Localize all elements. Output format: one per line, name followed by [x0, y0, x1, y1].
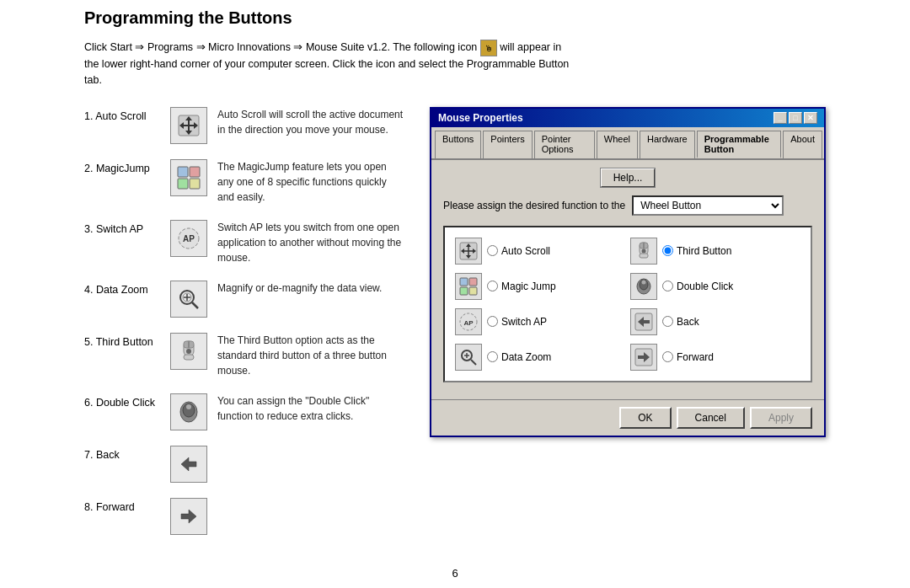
list-item: 5. Third Button The Third Button option … [84, 333, 404, 378]
titlebar-controls: _ □ ✕ [774, 112, 817, 124]
item-label-7: 7. Back [84, 446, 160, 461]
page-title: Programming the Buttons [84, 8, 826, 28]
opt-magic-jump-icon [455, 273, 482, 300]
svg-point-21 [186, 349, 191, 354]
item-label-1: 1. Auto Scroll [84, 107, 160, 122]
item-desc-3: Switch AP lets you switch from one open … [217, 220, 404, 265]
assign-dropdown[interactable]: Wheel Button Left Button Right Button Mi… [632, 195, 784, 216]
opt-data-zoom-icon [455, 344, 482, 371]
radio-third-button[interactable] [662, 245, 673, 256]
opt-third-button-icon [630, 238, 657, 265]
radio-magic-jump[interactable] [487, 281, 498, 291]
back-icon [170, 446, 207, 483]
opt-double-click-label[interactable]: Double Click [662, 281, 733, 292]
svg-marker-26 [181, 457, 196, 471]
svg-rect-42 [460, 287, 468, 295]
auto-scroll-icon [170, 107, 207, 144]
ok-button[interactable]: OK [619, 407, 671, 429]
tab-pointer-options[interactable]: Pointer Options [534, 131, 595, 158]
svg-point-46 [642, 280, 646, 284]
tab-hardware[interactable]: Hardware [640, 131, 695, 158]
help-row: Help... [443, 168, 812, 187]
intro-text: Click Start ⇒ Programs ⇒ Micro Innovatio… [84, 40, 573, 88]
svg-point-25 [186, 404, 191, 409]
svg-rect-7 [178, 167, 188, 177]
item-desc-4: Magnify or de-magnify the data view. [217, 281, 404, 296]
opt-data-zoom-label[interactable]: Data Zoom [487, 351, 551, 363]
tab-bar: Buttons Pointers Pointer Options Wheel H… [431, 127, 824, 160]
switch-ap-icon: AP [170, 220, 207, 257]
left-panel: 1. Auto Scroll Auto Scroll will scroll t… [84, 107, 404, 550]
page-number: 6 [84, 567, 826, 580]
item-label-5: 5. Third Button [84, 333, 160, 348]
item-desc-2: The MagicJump feature lets you open any … [217, 159, 404, 205]
opt-back-label[interactable]: Back [662, 316, 699, 328]
option-magic-jump: Magic Jump [455, 273, 625, 300]
list-item: 3. Switch AP AP Switch AP lets you switc… [84, 220, 404, 265]
radio-double-click[interactable] [662, 281, 673, 291]
content-area: 1. Auto Scroll Auto Scroll will scroll t… [84, 107, 826, 550]
svg-rect-8 [190, 167, 200, 177]
dialog-body: Help... Please assign the desired functi… [431, 160, 824, 399]
item-label-6: 6. Double Click [84, 393, 160, 409]
item-label-3: 3. Switch AP [84, 220, 160, 235]
item-desc-1: Auto Scroll will scroll the active docum… [217, 107, 404, 137]
opt-switch-ap-icon: AP [455, 308, 482, 335]
cancel-button[interactable]: Cancel [677, 407, 745, 429]
opt-magic-jump-label[interactable]: Magic Jump [487, 281, 556, 292]
opt-third-button-label[interactable]: Third Button [662, 245, 731, 257]
opt-double-click-icon [630, 273, 657, 300]
list-item: 8. Forward [84, 498, 404, 535]
assign-label: Please assign the desired function to th… [443, 200, 625, 211]
svg-rect-20 [188, 341, 190, 348]
dialog-title: Mouse Properties [438, 112, 523, 124]
tab-about[interactable]: About [783, 131, 822, 158]
tab-pointers[interactable]: Pointers [483, 131, 532, 158]
options-grid: Auto Scroll [443, 226, 812, 382]
mouse-properties-dialog: Mouse Properties _ □ ✕ Buttons Pointers … [430, 107, 826, 437]
item-desc-6: You can assign the "Double Click" functi… [217, 393, 404, 424]
option-back: Back [630, 308, 800, 335]
svg-marker-27 [181, 510, 196, 523]
svg-rect-43 [469, 287, 477, 295]
option-auto-scroll: Auto Scroll [455, 238, 625, 265]
minimize-button[interactable]: _ [774, 112, 787, 124]
tab-programmable-button[interactable]: Programmable Button [697, 131, 782, 158]
third-button-icon [170, 333, 207, 370]
option-switch-ap: AP Switch AP [455, 308, 625, 335]
opt-auto-scroll-icon [455, 238, 482, 265]
list-item: 2. MagicJump The MagicJump feature lets … [84, 159, 404, 205]
opt-switch-ap-label[interactable]: Switch AP [487, 316, 547, 328]
svg-point-38 [642, 249, 646, 253]
svg-rect-41 [469, 278, 477, 286]
radio-data-zoom[interactable] [487, 351, 498, 362]
svg-text:AP: AP [463, 319, 474, 327]
radio-forward[interactable] [662, 351, 673, 362]
maximize-button[interactable]: □ [789, 112, 802, 124]
opt-auto-scroll-label[interactable]: Auto Scroll [487, 245, 550, 257]
apply-button[interactable]: Apply [750, 407, 812, 429]
opt-forward-label[interactable]: Forward [662, 351, 714, 363]
item-label-4: 4. Data Zoom [84, 281, 160, 296]
svg-rect-9 [178, 179, 188, 189]
forward-icon [170, 498, 207, 535]
radio-auto-scroll[interactable] [487, 245, 498, 256]
option-third-button: Third Button [630, 238, 800, 265]
svg-text:AP: AP [183, 234, 195, 243]
svg-rect-22 [184, 355, 194, 360]
item-label-2: 2. MagicJump [84, 159, 160, 174]
double-click-icon [170, 393, 207, 430]
svg-rect-10 [190, 179, 200, 189]
svg-rect-40 [460, 278, 468, 286]
close-button[interactable]: ✕ [804, 112, 817, 124]
tab-wheel[interactable]: Wheel [597, 131, 638, 158]
list-item: 1. Auto Scroll Auto Scroll will scroll t… [84, 107, 404, 144]
help-button[interactable]: Help... [601, 168, 656, 187]
list-item: 7. Back [84, 446, 404, 483]
radio-switch-ap[interactable] [487, 316, 498, 327]
data-zoom-icon [170, 281, 207, 318]
tab-buttons[interactable]: Buttons [435, 131, 481, 158]
radio-back[interactable] [662, 316, 673, 327]
option-data-zoom: Data Zoom [455, 344, 625, 371]
page: Programming the Buttons Click Start ⇒ Pr… [51, 0, 859, 588]
